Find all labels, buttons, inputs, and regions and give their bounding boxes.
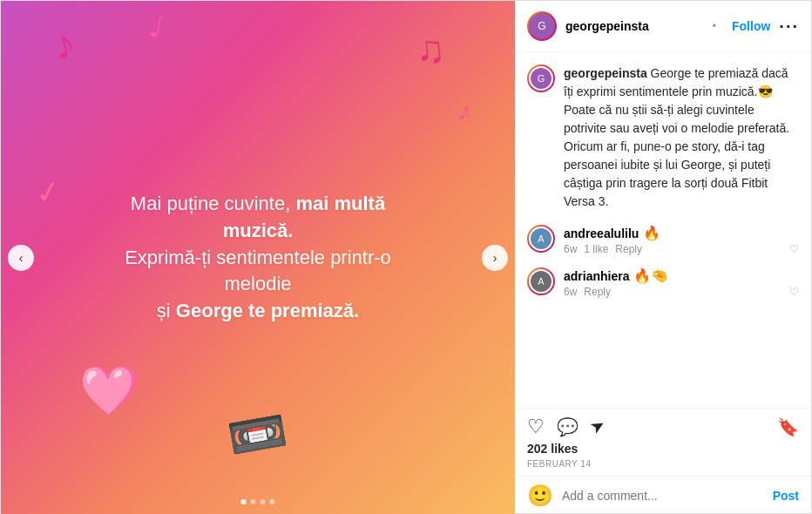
follow-button[interactable]: Follow <box>732 19 770 33</box>
share-button[interactable]: ➤ <box>585 413 609 438</box>
comment-meta-1: 6w 1 like Reply ♡ <box>564 243 799 255</box>
music-note-icon-4: ♪ <box>455 96 475 128</box>
music-note-icon-3: ♫ <box>414 26 447 74</box>
post-date: FEBRUARY 14 <box>515 459 811 476</box>
avatar-image: G <box>529 13 555 39</box>
header-username[interactable]: georgepeinsta <box>565 19 700 33</box>
comment-heart-icon-2[interactable]: ♡ <box>789 286 799 298</box>
dot-4 <box>270 499 275 504</box>
emoji-picker-button[interactable]: 🙂 <box>527 484 553 508</box>
caption-text: georgepeinsta George te premiază dacă îț… <box>564 64 799 211</box>
post-actions: ♡ 💬 ➤ 🔖 <box>515 408 811 442</box>
comment-item-2: A adrianhiera 🔥🤏 6w Reply ♡ <box>527 267 799 298</box>
comment-likes-1: 1 like <box>584 243 608 255</box>
post-content: G georgepeinsta George te premiază dacă … <box>515 52 811 408</box>
music-note-icon-2: ♩ <box>146 9 167 45</box>
caption-avatar: G <box>527 64 555 92</box>
comment-body-1: andreealulilu 🔥 6w 1 like Reply ♡ <box>564 225 799 255</box>
like-button[interactable]: ♡ <box>527 416 545 438</box>
comment-heart-icon-1[interactable]: ♡ <box>789 243 799 255</box>
comment-emoji-2: 🔥🤏 <box>633 268 668 283</box>
post-comment-button[interactable]: Post <box>773 489 799 503</box>
post-header: G georgepeinsta • Follow ··· <box>515 1 811 52</box>
caption-body: George te premiază dacă îți exprimi sent… <box>564 66 789 208</box>
comment-username-2[interactable]: adrianhiera <box>564 269 629 283</box>
comment-avatar-image-1: A <box>529 227 553 251</box>
comment-input[interactable] <box>562 489 764 503</box>
post-text-overlay: Mai puține cuvinte, mai multă muzică. Ex… <box>84 173 432 342</box>
comment-avatar-2: A <box>527 267 555 295</box>
prev-slide-button[interactable]: ‹ <box>8 245 34 271</box>
comment-avatar-1: A <box>527 225 555 253</box>
reply-button-1[interactable]: Reply <box>615 243 642 255</box>
caption-row: G georgepeinsta George te premiază dacă … <box>527 64 799 211</box>
avatar: G <box>527 11 557 41</box>
caption-username[interactable]: georgepeinsta <box>564 66 647 80</box>
dot-3 <box>261 499 266 504</box>
action-icons-row: ♡ 💬 ➤ 🔖 <box>527 416 799 438</box>
dot-2 <box>251 499 256 504</box>
reply-button-2[interactable]: Reply <box>584 286 611 298</box>
caption-avatar-image: G <box>529 66 553 91</box>
comment-button[interactable]: 💬 <box>557 416 579 437</box>
comment-body-2: adrianhiera 🔥🤏 6w Reply ♡ <box>564 267 799 298</box>
next-slide-button[interactable]: › <box>482 245 508 271</box>
likes-count: 202 likes <box>515 442 811 459</box>
post-details-panel: G georgepeinsta • Follow ··· G georgepei… <box>515 1 811 514</box>
comment-age-1: 6w <box>564 243 577 255</box>
comment-item: A andreealulilu 🔥 6w 1 like Reply ♡ <box>527 225 799 255</box>
checkmark-icon: ✓ <box>33 173 64 212</box>
cassette-icon: 📼 <box>137 386 378 483</box>
comment-input-row: 🙂 Post <box>515 476 811 514</box>
post-image-panel: ♪ ♩ ♫ ♪ ✓ 🩷 Mai puține cuvinte, mai mult… <box>1 1 515 514</box>
music-note-icon: ♪ <box>47 17 81 71</box>
header-separator: • <box>713 20 716 32</box>
comment-age-2: 6w <box>564 286 577 298</box>
comment-avatar-image-2: A <box>529 269 553 294</box>
comment-emoji-1: 🔥 <box>643 226 660 240</box>
slide-dots <box>241 499 275 504</box>
bookmark-button[interactable]: 🔖 <box>777 416 799 437</box>
heart-icon: 🩷 <box>79 362 139 419</box>
comment-username-1[interactable]: andreealulilu <box>564 227 639 240</box>
dot-1 <box>241 499 247 504</box>
comment-meta-2: 6w Reply ♡ <box>564 286 799 298</box>
